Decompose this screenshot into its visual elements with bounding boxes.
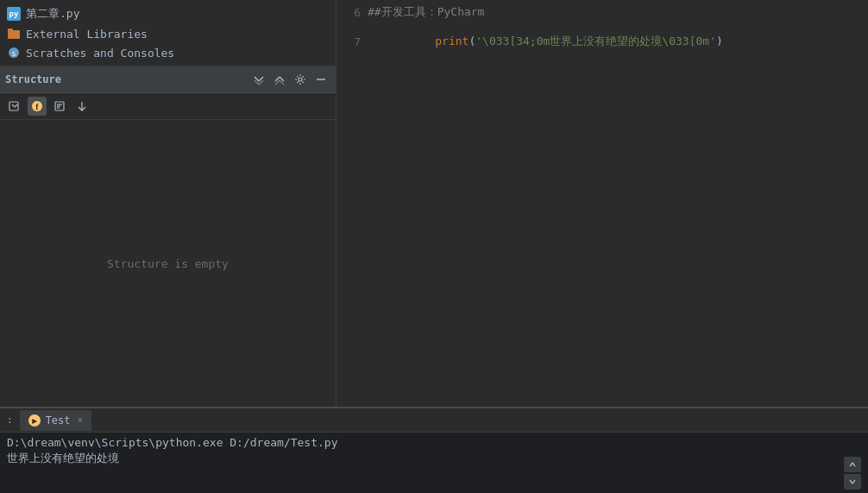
bottom-tabs: : ▶ Test × xyxy=(0,408,868,433)
tab-python-icon: ▶ xyxy=(28,414,41,427)
line-content-6: ##开发工具：PyCharm xyxy=(368,4,484,20)
structure-toolbar: Structure xyxy=(0,66,336,93)
line-number-7: 7 xyxy=(343,35,361,48)
close-panel-button[interactable] xyxy=(311,70,330,89)
svg-rect-1 xyxy=(8,28,13,32)
scratches-label: Scratches and Consoles xyxy=(26,47,174,60)
structure-empty-text: Structure is empty xyxy=(107,257,229,270)
run-sidebar-indicator: : xyxy=(7,414,13,426)
string-content: '\033[34;0m世界上没有绝望的处境\033[0m' xyxy=(475,35,716,47)
collapse-all-button[interactable] xyxy=(249,70,268,89)
navigate-to-source-button[interactable] xyxy=(5,97,24,116)
scroll-up-button[interactable] xyxy=(844,457,861,472)
paren-close: ) xyxy=(716,35,723,47)
code-line-7: 7 print('\033[34;0m世界上没有绝望的处境\033[0m') xyxy=(337,21,868,62)
python-file-icon: py xyxy=(7,7,21,21)
expand-tree-button[interactable] xyxy=(72,97,91,116)
project-tree: py 第二章.py External Libraries s xyxy=(0,0,336,66)
tab-label: Test xyxy=(46,414,71,427)
settings-button[interactable] xyxy=(291,70,310,89)
output-line-chinese: 世界上没有绝望的处境 xyxy=(7,451,861,466)
code-line-6: 6 ##开发工具：PyCharm xyxy=(337,3,868,21)
tree-item-ext-libraries[interactable]: External Libraries xyxy=(0,24,336,43)
editor-content[interactable]: 6 ##开发工具：PyCharm 7 print('\033[34;0m世界上没… xyxy=(337,0,868,407)
tab-close-button[interactable]: × xyxy=(78,414,84,426)
output-line-path: D:\dream\venv\Scripts\python.exe D:/drea… xyxy=(7,436,861,449)
bottom-panel: : ▶ Test × D:\dream\venv\Scripts\python.… xyxy=(0,407,868,493)
ext-libraries-icon xyxy=(7,27,21,41)
scroll-down-button[interactable] xyxy=(844,474,861,490)
structure-empty-state: Structure is empty xyxy=(0,120,336,407)
keyword-print: print xyxy=(435,35,469,47)
bottom-content: D:\dream\venv\Scripts\python.exe D:/drea… xyxy=(0,433,868,493)
line-number-6: 6 xyxy=(343,6,361,19)
structure-icons-row: f xyxy=(0,93,336,120)
filter-button[interactable] xyxy=(50,97,69,116)
line-content-7: print('\033[34;0m世界上没有绝望的处境\033[0m') xyxy=(368,21,723,62)
run-tab[interactable]: ▶ Test × xyxy=(20,410,92,431)
tree-item-label: 第二章.py xyxy=(26,6,79,22)
ext-libraries-label: External Libraries xyxy=(26,28,148,41)
tree-item-scratches[interactable]: s Scratches and Consoles xyxy=(0,43,336,62)
sidebar: py 第二章.py External Libraries s xyxy=(0,0,337,407)
svg-text:s: s xyxy=(11,49,16,58)
function-filter-button[interactable]: f xyxy=(28,97,47,116)
svg-point-12 xyxy=(299,78,302,81)
structure-title: Structure xyxy=(5,73,248,85)
structure-panel: Structure xyxy=(0,66,336,407)
expand-all-button[interactable] xyxy=(270,70,289,89)
scratches-icon: s xyxy=(7,46,21,60)
tree-item-python-file[interactable]: py 第二章.py xyxy=(0,3,336,24)
editor-area: 6 ##开发工具：PyCharm 7 print('\033[34;0m世界上没… xyxy=(337,0,868,407)
bottom-scroll-buttons xyxy=(844,457,861,490)
svg-text:▶: ▶ xyxy=(32,418,37,425)
